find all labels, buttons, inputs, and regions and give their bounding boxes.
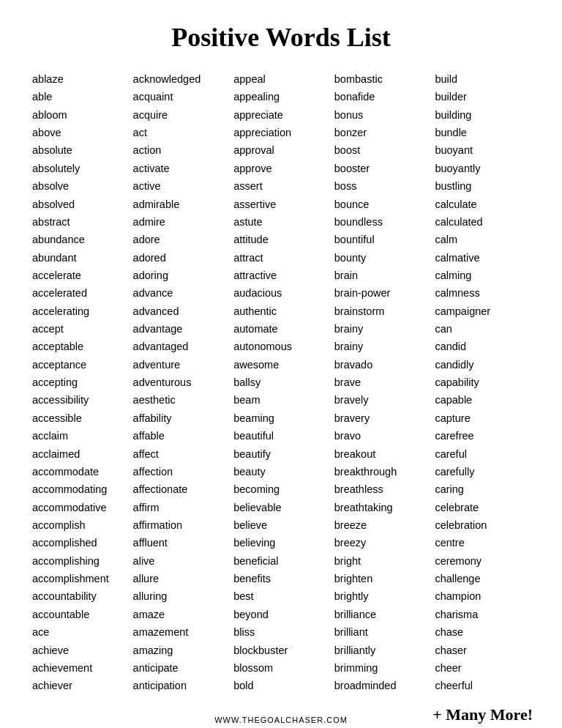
word-item: accomplished bbox=[32, 534, 127, 551]
word-item: bonus bbox=[334, 106, 430, 124]
word-item: approve bbox=[233, 160, 329, 177]
word-item: breathtaking bbox=[334, 499, 430, 516]
word-item: believe bbox=[233, 516, 329, 534]
word-item: assert bbox=[233, 177, 329, 195]
word-item: booster bbox=[334, 160, 430, 177]
word-item: calmness bbox=[435, 284, 530, 302]
word-item: bounce bbox=[334, 196, 430, 213]
word-item: buoyantly bbox=[435, 160, 530, 177]
word-item: automate bbox=[233, 320, 329, 338]
word-item: bundle bbox=[435, 124, 530, 141]
word-item: adventurous bbox=[133, 374, 228, 391]
word-item: calculated bbox=[435, 213, 530, 231]
word-item: acknowledged bbox=[133, 70, 228, 88]
word-item: advantaged bbox=[133, 338, 228, 355]
word-item: attract bbox=[233, 249, 329, 267]
word-item: appreciation bbox=[233, 124, 329, 141]
word-item: benefits bbox=[233, 570, 329, 587]
word-item: brilliance bbox=[334, 606, 430, 623]
word-grid: ablazeableabloomaboveabsoluteabsolutelya… bbox=[29, 70, 533, 695]
word-item: build bbox=[435, 70, 530, 88]
word-item: bustling bbox=[435, 177, 530, 195]
word-item: affability bbox=[133, 409, 228, 427]
word-item: acceptance bbox=[32, 356, 127, 374]
word-item: attitude bbox=[233, 231, 329, 248]
word-item: accommodate bbox=[32, 463, 127, 480]
word-item: achieve bbox=[32, 642, 127, 659]
word-item: boss bbox=[334, 177, 430, 195]
word-item: beautify bbox=[233, 445, 329, 463]
word-item: brilliantly bbox=[334, 642, 430, 659]
word-item: caring bbox=[435, 480, 530, 498]
word-item: beauty bbox=[233, 463, 329, 480]
word-item: bonafide bbox=[334, 88, 430, 105]
word-item: bravely bbox=[334, 391, 430, 409]
more-text: + Many More! bbox=[416, 705, 533, 724]
word-item: beaming bbox=[233, 409, 329, 427]
word-item: capture bbox=[435, 409, 530, 427]
col1: ablazeableabloomaboveabsoluteabsolutelya… bbox=[29, 70, 130, 695]
word-item: acquire bbox=[133, 106, 228, 124]
word-item: champion bbox=[435, 587, 530, 605]
word-item: can bbox=[435, 320, 530, 338]
word-item: alluring bbox=[133, 587, 228, 605]
word-item: accelerate bbox=[32, 267, 127, 284]
word-item: bravo bbox=[334, 427, 430, 445]
word-item: adored bbox=[133, 249, 228, 267]
word-item: achiever bbox=[32, 677, 127, 694]
word-item: aesthetic bbox=[133, 391, 228, 409]
word-item: acclaimed bbox=[32, 445, 127, 463]
word-item: breakthrough bbox=[334, 463, 430, 480]
word-item: admire bbox=[133, 213, 228, 231]
word-item: calm bbox=[435, 231, 530, 248]
word-item: advanced bbox=[133, 302, 228, 320]
col5: buildbuilderbuildingbundlebuoyantbuoyant… bbox=[432, 70, 533, 695]
word-item: brighten bbox=[334, 570, 430, 587]
word-item: accessibility bbox=[32, 391, 127, 409]
word-item: advance bbox=[133, 284, 228, 302]
word-item: authentic bbox=[233, 302, 329, 320]
word-item: bonzer bbox=[334, 124, 430, 141]
word-item: audacious bbox=[233, 284, 329, 302]
word-item: ace bbox=[32, 623, 127, 641]
word-item: awesome bbox=[233, 356, 329, 374]
word-item: affirmation bbox=[133, 516, 228, 534]
word-item: above bbox=[32, 124, 127, 141]
word-item: ballsy bbox=[233, 374, 329, 391]
word-item: brimming bbox=[334, 659, 430, 677]
word-item: accommodating bbox=[32, 480, 127, 498]
word-item: active bbox=[133, 177, 228, 195]
word-item: action bbox=[133, 141, 228, 159]
word-item: accept bbox=[32, 320, 127, 338]
word-item: abundance bbox=[32, 231, 127, 248]
word-item: boost bbox=[334, 141, 430, 159]
word-item: adventure bbox=[133, 356, 228, 374]
word-item: celebration bbox=[435, 516, 530, 534]
word-item: ablaze bbox=[32, 70, 127, 88]
word-item: brain bbox=[334, 267, 430, 284]
word-item: bravado bbox=[334, 356, 430, 374]
word-item: brightly bbox=[334, 587, 430, 605]
word-item: blossom bbox=[233, 659, 329, 677]
word-item: able bbox=[32, 88, 127, 105]
word-item: brain-power bbox=[334, 284, 430, 302]
word-item: capable bbox=[435, 391, 530, 409]
word-item: chase bbox=[435, 623, 530, 641]
word-item: advantage bbox=[133, 320, 228, 338]
word-item: breakout bbox=[334, 445, 430, 463]
word-item: bountiful bbox=[334, 231, 430, 248]
word-item: carefree bbox=[435, 427, 530, 445]
word-item: absolutely bbox=[32, 160, 127, 177]
word-item: affect bbox=[133, 445, 228, 463]
word-item: brilliant bbox=[334, 623, 430, 641]
word-item: adoring bbox=[133, 267, 228, 284]
word-item: centre bbox=[435, 534, 530, 551]
word-item: accepting bbox=[32, 374, 127, 391]
word-item: activate bbox=[133, 160, 228, 177]
word-item: bounty bbox=[334, 249, 430, 267]
word-item: acquaint bbox=[133, 88, 228, 105]
word-item: bliss bbox=[233, 623, 329, 641]
word-item: buoyant bbox=[435, 141, 530, 159]
word-item: cheerful bbox=[435, 677, 530, 694]
word-item: celebrate bbox=[435, 499, 530, 516]
